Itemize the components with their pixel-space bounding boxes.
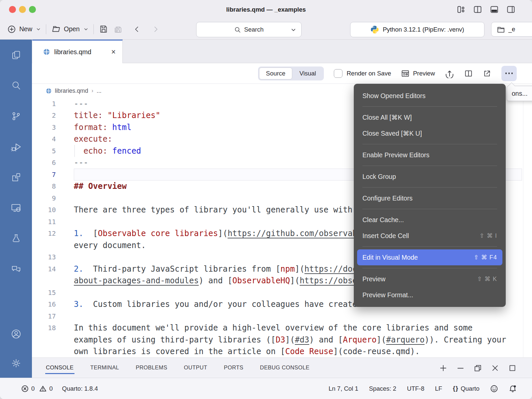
workspace-selector-button[interactable]: _e — [491, 22, 532, 37]
notifications-button[interactable] — [509, 385, 517, 393]
menu-item-clear-cache[interactable]: Clear Cache... — [354, 212, 506, 228]
panel-minimize-button[interactable] — [456, 364, 465, 372]
panel-tab-output[interactable]: OUTPUT — [183, 361, 208, 374]
menu-item-lock-group[interactable]: Lock Group — [354, 169, 506, 185]
panel-restore-button[interactable] — [473, 364, 482, 372]
preview-button[interactable]: Preview — [401, 69, 435, 78]
menu-separator — [362, 187, 497, 188]
code-line[interactable]: 17 — [32, 310, 532, 322]
problems-status[interactable]: 0 0 — [21, 385, 53, 392]
code-line[interactable]: 18In this document we'll provide a high-… — [32, 322, 532, 334]
line-number: 14 — [32, 265, 74, 273]
tab-libraries-qmd[interactable]: libraries.qmd × — [32, 40, 123, 63]
menu-item-preview[interactable]: Preview⇧ ⌘ K — [354, 271, 506, 287]
toggle-secondary-sidebar-icon[interactable] — [506, 5, 515, 14]
feedback-button[interactable] — [490, 385, 498, 393]
menu-item-insert-code-cell[interactable]: Insert Code Cell⇧ ⌘ I — [354, 228, 506, 244]
menu-item-preview-format[interactable]: Preview Format... — [354, 287, 506, 303]
python-logo-icon — [370, 25, 379, 34]
breadcrumb-ellipsis[interactable]: ... — [97, 87, 102, 94]
menu-item-edit-in-visual-mode[interactable]: Edit in Visual Mode⇧ ⌘ F4 — [357, 249, 502, 265]
open-in-new-window-button[interactable] — [483, 69, 491, 78]
titlebar: libraries.qmd — _examples — [0, 0, 532, 19]
sidebar-item-testing[interactable] — [0, 223, 32, 254]
sidebar-item-remote-explorer[interactable] — [0, 193, 32, 223]
menu-separator — [362, 166, 497, 166]
panel-maximize-button[interactable] — [508, 364, 517, 372]
sidebar-item-search[interactable] — [0, 70, 32, 101]
open-button[interactable]: Open — [52, 25, 88, 34]
plus-circle-icon — [7, 25, 16, 34]
more-actions-button[interactable] — [501, 66, 517, 81]
sidebar-item-source-control[interactable] — [0, 101, 32, 131]
line-number: 12 — [32, 229, 74, 237]
sidebar-item-run-and-debug[interactable] — [0, 131, 32, 162]
close-tab-icon[interactable]: × — [111, 48, 116, 56]
source-mode-button[interactable]: Source — [259, 67, 293, 79]
panel-add-button[interactable] — [439, 364, 448, 372]
navigate-back-button[interactable] — [133, 25, 141, 33]
smiley-icon — [490, 385, 498, 393]
sidebar-item-comments[interactable] — [0, 254, 32, 284]
editor-tab-strip: libraries.qmd × — [32, 40, 532, 63]
editor-toolbar: Source Visual Render on Save Preview — [32, 63, 532, 84]
run-and-debug-icon — [11, 141, 22, 152]
customize-layout-icon[interactable] — [457, 5, 466, 14]
line-number: 17 — [32, 312, 74, 320]
split-editor-button[interactable] — [464, 69, 473, 78]
code-line[interactable]: own libraries is covered in the article … — [32, 346, 532, 358]
menu-item-close-all-k-w[interactable]: Close All [⌘K W] — [354, 109, 506, 125]
indentation-status[interactable]: Spaces: 2 — [369, 385, 396, 392]
breadcrumb-file[interactable]: libraries.qmd — [55, 87, 88, 94]
sidebar-item-account[interactable] — [0, 319, 32, 348]
save-button[interactable] — [99, 25, 108, 34]
cursor-position-status[interactable]: Ln 7, Col 1 — [329, 385, 358, 392]
menu-separator — [362, 209, 497, 209]
source-visual-toggle: Source Visual — [258, 66, 324, 80]
source-control-icon — [11, 111, 21, 121]
braces-icon: { } — [453, 385, 458, 392]
line-number: 6 — [32, 159, 74, 167]
search-input[interactable]: Search — [196, 22, 302, 37]
render-on-save-checkbox[interactable] — [334, 69, 342, 78]
menu-item-close-saved-k-u[interactable]: Close Saved [⌘K U] — [354, 125, 506, 141]
sidebar-item-extensions[interactable] — [0, 162, 32, 193]
workspace-label: _e — [508, 26, 515, 33]
quarto-version-status[interactable]: Quarto: 1.8.4 — [62, 385, 98, 392]
language-mode-status[interactable]: { } Quarto — [453, 385, 479, 392]
menu-item-enable-preview-editors[interactable]: Enable Preview Editors — [354, 147, 506, 163]
preview-icon — [401, 69, 410, 78]
chevron-down-icon — [36, 27, 41, 31]
code-line[interactable]: examples of using third-party libraries … — [32, 334, 532, 346]
menu-item-configure-editors[interactable]: Configure Editors — [354, 190, 506, 206]
quarto-file-icon — [43, 49, 50, 55]
explorer-icon — [11, 50, 21, 60]
interpreter-selector-button[interactable]: Python 3.12.1 (PipEnv: .venv) — [350, 22, 484, 37]
navigate-forward-button[interactable] — [152, 25, 160, 33]
menu-item-label: Preview — [362, 275, 385, 283]
line-number: 15 — [32, 289, 74, 297]
panel-tab-problems[interactable]: PROBLEMS — [135, 361, 168, 374]
menu-item-label: Preview Format... — [362, 291, 413, 299]
publish-button[interactable] — [445, 69, 454, 78]
save-all-button[interactable] — [113, 25, 122, 34]
panel-tab-ports[interactable]: PORTS — [223, 361, 244, 374]
encoding-status[interactable]: UTF-8 — [407, 385, 424, 392]
toggle-bottom-panel-icon[interactable] — [490, 5, 499, 14]
eol-status[interactable]: LF — [435, 385, 442, 392]
panel-tab-debug-console[interactable]: DEBUG CONSOLE — [259, 361, 310, 374]
panel-tab-terminal[interactable]: TERMINAL — [90, 361, 120, 374]
menu-item-label: Show Opened Editors — [362, 92, 426, 100]
sidebar-item-settings[interactable] — [0, 348, 32, 378]
menu-item-show-opened-editors[interactable]: Show Opened Editors — [354, 88, 506, 104]
line-number: 4 — [32, 135, 74, 143]
visual-mode-button[interactable]: Visual — [292, 67, 323, 79]
menu-item-label: Edit in Visual Mode — [362, 254, 418, 261]
sidebar-item-explorer[interactable] — [0, 40, 32, 70]
toolbar-divider — [46, 24, 46, 34]
tab-label: libraries.qmd — [54, 48, 91, 56]
split-editor-layout-icon[interactable] — [473, 5, 482, 14]
panel-close-button[interactable] — [491, 364, 499, 372]
new-button[interactable]: New — [7, 25, 41, 34]
panel-tab-console[interactable]: CONSOLE — [45, 361, 74, 374]
